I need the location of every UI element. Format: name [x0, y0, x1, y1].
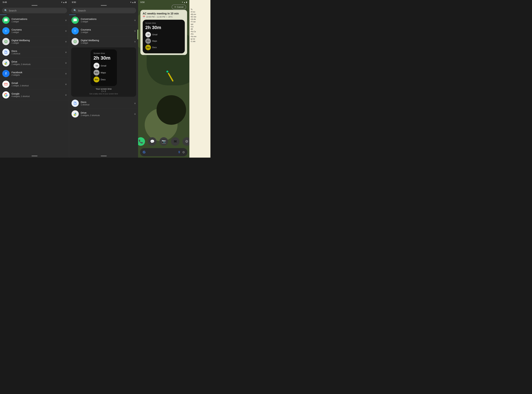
time-bubble-gmail: ~1h	[94, 63, 100, 69]
chevron-icon-drive-1: ∨	[65, 62, 67, 64]
event-time: 10:00 PM – 11:00 PM	[146, 16, 165, 18]
lens-icon[interactable]: ⊙	[182, 150, 185, 154]
app-icon-coursera-2: C	[71, 27, 79, 35]
app-sub-drive-2: 2 widgets, 2 shortcuts	[81, 114, 132, 117]
list-item-google-1[interactable]: Google 4 widgets, 1 shortcut ∨	[0, 90, 69, 100]
list-item-drive-2[interactable]: Drive 2 widgets, 2 shortcuts ∨	[69, 109, 138, 119]
cancel-button[interactable]: ✕ Cancel	[172, 5, 186, 9]
list-item-coursera-2[interactable]: C Coursera 1 widget ∨	[69, 26, 138, 36]
dock-icon-phone[interactable]: 📞	[138, 137, 145, 146]
scroll-indicator-1	[0, 15, 69, 15]
google-search-bar[interactable]: G 🎙 ⊙	[140, 148, 187, 156]
list-item-conversations-2[interactable]: Conversations 1 widget ∨	[69, 15, 138, 26]
app-sub-coursera-1: 1 widget	[11, 31, 63, 33]
app-info-docs-1: Docs 1 shortcut	[11, 50, 63, 55]
event-weather: 29°C	[168, 16, 173, 18]
panel-3: 9:50 ▾ ▲ ▮ ✕ Cancel AC weekly meeting in…	[138, 0, 189, 158]
app-info-docs-2: Docs 1 shortcut	[81, 101, 132, 106]
dock-icon-camera[interactable]: 📷	[160, 137, 168, 146]
list-item-facebook-1[interactable]: f Facebook 2 widgets ∨	[0, 68, 69, 79]
list-item-digitalwellbeing-2[interactable]: Digital Wellbeing 1 widget ∧	[69, 36, 138, 47]
app-sub-digitalwellbeing-1: 1 widget	[11, 42, 63, 44]
screen-time-label: Screen time	[94, 52, 114, 55]
app-name-conversations-1: Conversations	[11, 18, 63, 20]
screen-time-widget-card[interactable]: Screen time 2h 30m ~1h Gmail 45m Maps 30…	[90, 49, 117, 86]
panel-2: 9:50 ▾ ▲ ▮ 🔍 Search Conversations 1 widg…	[69, 0, 138, 158]
list-item-gmail-1[interactable]: Gmail 1 widget, 1 shortcut ∨	[0, 79, 69, 90]
status-icons-3: ▾ ▲ ▮	[182, 1, 187, 3]
list-item-digitalwellbeing-1[interactable]: Digital Wellbeing 1 widget ∨	[0, 36, 69, 47]
svg-point-0	[5, 40, 7, 43]
app-info-facebook-1: Facebook 2 widgets	[11, 71, 63, 76]
time-2: 9:50	[72, 1, 76, 3]
screen-time-widget-p3: Screen time 2h 30m ~1h Gmail 45m Maps 30…	[143, 20, 185, 53]
app-time-row-docs: 30m Docs	[94, 77, 114, 83]
mic-icon[interactable]: 🎙	[178, 150, 181, 154]
app-info-drive-2: Drive 2 widgets, 2 shortcuts	[81, 111, 132, 117]
list-item-docs-1[interactable]: Docs 1 shortcut ∨	[0, 47, 69, 58]
calendar-icon: 📅	[143, 16, 145, 18]
app-sub-coursera-2: 1 widget	[81, 31, 132, 33]
notes-line-7: spe	[191, 23, 209, 26]
app-sub-docs-1: 1 shortcut	[11, 52, 63, 55]
app-sub-gmail-1: 1 widget, 1 shortcut	[11, 84, 63, 87]
list-item-drive-1[interactable]: Drive 2 widgets, 2 shortcuts ∨	[0, 58, 69, 68]
app-name-facebook-1: Facebook	[11, 71, 63, 74]
app-info-drive-1: Drive 2 widgets, 2 shortcuts	[11, 60, 63, 66]
chevron-icon-conversations-1: ∨	[65, 19, 67, 21]
event-card[interactable]: AC weekly meeting in 10 min 📅 10:00 PM –…	[140, 10, 187, 55]
dock-icon-more[interactable]: ⚙	[182, 137, 189, 146]
app-icon-conversations-2	[71, 17, 79, 24]
dock-icon-gmail[interactable]: ✉	[171, 137, 180, 146]
list-item-coursera-1[interactable]: C Coursera 1 widget ∨	[0, 26, 69, 36]
notes-line-1: To	[191, 8, 209, 11]
notes-content: To •H rev •Eb rev •EC lan •On Air •Tr ea…	[189, 0, 210, 44]
event-title: AC weekly meeting in 10 min	[143, 12, 185, 15]
app-sub-drive-1: 2 widgets, 2 shortcuts	[11, 63, 63, 66]
battery-icon: ▮	[65, 1, 66, 3]
chevron-icon-drive-2: ∨	[134, 113, 136, 115]
p3-app-row-gmail: ~1h Gmail	[145, 32, 182, 37]
chevron-up-icon-digitalwellbeing-2: ∧	[134, 40, 136, 43]
panel-4-notes: To •H rev •Eb rev •EC lan •On Air •Tr ea…	[189, 0, 210, 158]
notes-line-12: •Su eve	[191, 35, 209, 38]
time-1: 9:49	[3, 1, 7, 3]
widget-desc-size: 2 × 2	[101, 90, 106, 93]
event-weather-icon: ≈	[166, 16, 167, 18]
status-icons-1: ▾ ▲ ▮	[61, 1, 66, 3]
app-icon-digitalwellbeing-2	[71, 38, 79, 45]
app-name-conversations-2: Conversations	[81, 18, 132, 20]
screen-time-value: 2h 30m	[94, 55, 114, 61]
app-icon-docs-2	[71, 100, 79, 107]
notes-line-10: •Fa Ca	[191, 30, 209, 33]
dock-icon-messages[interactable]: 💬	[148, 137, 156, 146]
widget-expanded-area: Screen time 2h 30m ~1h Gmail 45m Maps 30…	[71, 47, 136, 97]
signal-icon: ▲	[63, 1, 65, 3]
screen-time-label-p3: Screen time	[145, 22, 182, 24]
notes-line-11: •Fin	[191, 33, 209, 35]
app-sub-facebook-1: 2 widgets	[11, 74, 63, 76]
status-icons-2: ▾ ▲ ▮	[130, 1, 135, 3]
search-bar-1[interactable]: 🔍 Search	[2, 8, 67, 13]
app-info-coursera-2: Coursera 1 widget	[81, 28, 132, 33]
app-time-name-docs: Docs	[101, 78, 106, 81]
time-3: 9:50	[140, 1, 144, 3]
notes-line-6: •Tr ear	[191, 21, 209, 23]
app-icon-drive-2	[71, 110, 79, 118]
notes-line-5: •On Air	[191, 18, 209, 21]
list-item-docs-2[interactable]: Docs 1 shortcut ∨	[69, 98, 138, 109]
drag-indicator-2[interactable]	[101, 5, 107, 6]
panel-1: 9:49 ▾ ▲ ▮ 🔍 Search Conversations 1 widg…	[0, 0, 69, 158]
app-sub-google-1: 4 widgets, 1 shortcut	[11, 95, 63, 98]
wallpaper-dot	[166, 71, 168, 73]
app-info-conversations-1: Conversations 1 widget	[11, 18, 63, 23]
p3-app-row-docs: 30m Docs	[145, 45, 182, 50]
list-item-conversations-1[interactable]: Conversations 1 widget ∨	[0, 15, 69, 26]
app-name-gmail-1: Gmail	[11, 82, 63, 84]
time-bubble-docs: 30m	[94, 77, 100, 83]
app-time-name-maps: Maps	[101, 71, 106, 74]
search-bar-2[interactable]: 🔍 Search	[71, 8, 136, 13]
app-info-google-1: Google 4 widgets, 1 shortcut	[11, 92, 63, 98]
notes-line-8: •Ca	[191, 26, 209, 28]
drag-indicator-1[interactable]	[32, 5, 37, 6]
